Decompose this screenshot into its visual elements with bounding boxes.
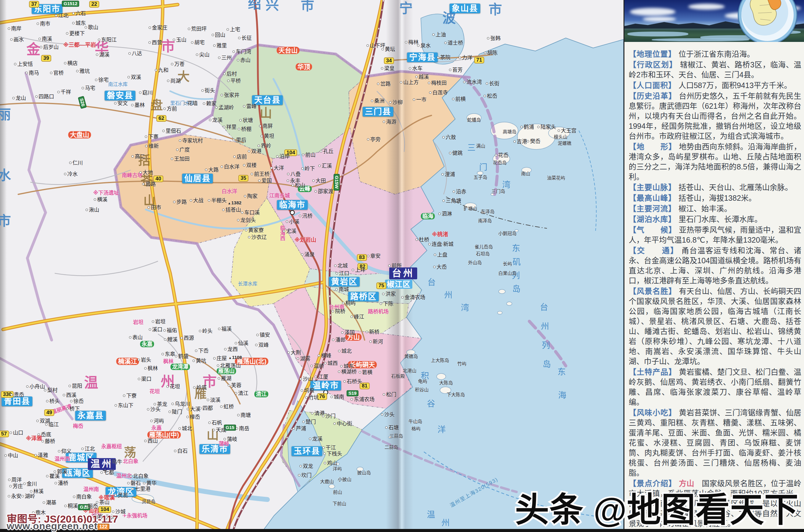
town-label: 安文: [114, 101, 128, 106]
town-label: 樊岙: [527, 139, 541, 144]
town-label: 胡陈: [484, 51, 498, 56]
town-label: 黄坑: [193, 358, 206, 364]
town-label: 西溪: [63, 393, 77, 398]
town-label: 芦浦: [293, 426, 306, 432]
county-label: 黄岩区: [329, 277, 360, 287]
town-label: 临江: [45, 422, 59, 428]
atlas-page: 东阳市磐安县天台县三门县宁海县象山县仙居县临海市黄岩区路桥区温岭市玉环县乐清市永…: [0, 0, 804, 532]
isl-label: 蛇蟠岛: [467, 117, 481, 122]
town-label: 横店: [64, 61, 78, 66]
info-section: 【气 候】 亚热带季风气候，雨量适中，温和宜人，年平均气温16.8℃，年降水量1…: [629, 225, 801, 245]
section-body: 黄岩苔菜饼、三门湾锯缘青蟹、仙居三黄鸡、重阳糕、灰青糕、糟羹、漾糕、五味粥、蛋清…: [629, 408, 801, 477]
town-label: 渠口: [138, 377, 152, 382]
town-label: 石帆: [208, 420, 222, 426]
section-label: 【主要河流】: [629, 204, 678, 213]
town-label: 祥里: [223, 125, 237, 130]
town-label: 城东: [72, 21, 86, 26]
pink-label: 路桥机场: [368, 309, 389, 315]
isl-label: 檀头山: [554, 134, 567, 139]
town-label: 城北: [179, 426, 192, 432]
town-label: 水车: [409, 66, 423, 71]
bigbl-label: 宁: [399, 1, 413, 16]
town-label: 南屏: [259, 124, 273, 129]
isl-label: 北港山: [403, 368, 416, 373]
section-label: 【主要山脉】: [629, 183, 678, 192]
town-label: 上油: [432, 32, 446, 38]
town-label: 金川: [23, 481, 37, 487]
town-label: 藤桥: [42, 439, 55, 444]
water-label: 海: [558, 391, 567, 400]
town-label: 冷水: [64, 172, 78, 177]
isl-label: 三门岛: [491, 189, 505, 194]
town-label: 岩头: [138, 357, 151, 363]
town-label: 沿赤: [453, 189, 467, 195]
peak-label: 1108: [229, 355, 242, 360]
town-label: 茶山: [96, 500, 110, 505]
town-label: 龙山: [13, 96, 26, 101]
town-label: 亭旁: [367, 137, 381, 142]
town-label: 吉港: [513, 139, 527, 145]
town-label: 玉山: [173, 37, 186, 43]
shy-label: 34: [384, 57, 394, 64]
town-label: 官路: [142, 182, 156, 187]
town-label: 湖雾: [297, 356, 311, 362]
town-label: 樟岙: [186, 415, 200, 420]
shy-label: 71: [474, 57, 485, 63]
town-label: 仁川: [69, 160, 83, 166]
town-label: 方前: [163, 106, 177, 112]
shg-label: S19: [347, 390, 359, 396]
town-label: 鸡山: [324, 461, 337, 466]
town-label: 黄坦: [261, 134, 274, 139]
isl-label: 前山: [333, 490, 342, 495]
town-label: 岙底: [38, 432, 51, 438]
town-label: 桐屿: [342, 301, 356, 306]
section-label: 【风味小吃】: [629, 408, 679, 417]
section-label: 【行政区划】: [629, 60, 680, 69]
pink-label: ✈永强机场: [123, 513, 147, 519]
town-label: 章安: [367, 253, 381, 259]
citybox-label: 台州: [389, 267, 417, 279]
town-label: 峰江: [351, 314, 364, 320]
water-label: 州: [441, 519, 451, 527]
town-label: 表山: [129, 335, 143, 340]
town-label: 前山: [302, 152, 316, 158]
town-label: 桥下: [66, 406, 80, 412]
town-label: 大荆: [288, 350, 301, 356]
section-body: 椒江、始丰溪。: [678, 204, 732, 213]
town-label: 海游: [383, 119, 397, 125]
town-label: 万苍: [171, 62, 185, 67]
water-label: 台: [427, 278, 437, 287]
water-label: 温: [427, 510, 436, 519]
town-label: 画水: [10, 37, 24, 42]
town-label: 沙头: [147, 407, 161, 412]
map-label-layer: 东阳市磐安县天台县三门县宁海县象山县仙居县临海市黄岩区路桥区温岭市玉环县乐清市永…: [0, 0, 623, 532]
res-label: 长潭水库: [238, 282, 257, 287]
section-label: 【风景名胜】: [629, 287, 679, 296]
pink-label: 温州北: [116, 473, 132, 479]
isl-label: 石坦岛: [476, 251, 490, 256]
town-label: 下寨: [145, 134, 159, 140]
isl-label: 泥螺礁: [558, 141, 571, 146]
isl-label: 雀儿岙岛: [475, 244, 493, 249]
town-label: 江北: [55, 13, 69, 19]
section-body: 有天台山、仙居、方山、长屿硐天四个国家级风景名胜区，华顶、大溪、仙居国家森林公园…: [629, 287, 801, 366]
town-label: 温峤: [311, 363, 324, 369]
water-label: 三: [467, 144, 476, 152]
section-label: 【土特产品】: [629, 368, 679, 376]
info-panel: 【地理位置】 位于浙江省东南沿海。 【行政区划】 辖椒江、黄岩、路桥3区，临海、…: [623, 0, 804, 532]
town-label: 七里港: [132, 487, 150, 492]
town-label: 贵岙: [11, 392, 24, 398]
town-label: 洪家: [382, 291, 396, 297]
landscape-photo: [624, 0, 804, 42]
town-label: 高二: [132, 154, 145, 159]
county-label: 温岭市: [311, 381, 341, 391]
info-section: 【交 通】 甬台温客运专线和沈海、常台、诸永、台金高速公路及104国道纵横全境。…: [629, 246, 801, 286]
town-label: 回山: [212, 33, 225, 38]
town-label: 双龙: [299, 464, 313, 469]
pink-label: 永嘉: [151, 425, 162, 431]
town-label: 大路: [205, 167, 219, 173]
section-label: 【湖泊水库】: [629, 215, 678, 224]
town-label: 干江: [323, 445, 336, 451]
res-label: 南江水库: [108, 82, 128, 87]
town-label: 岭下: [302, 166, 315, 172]
